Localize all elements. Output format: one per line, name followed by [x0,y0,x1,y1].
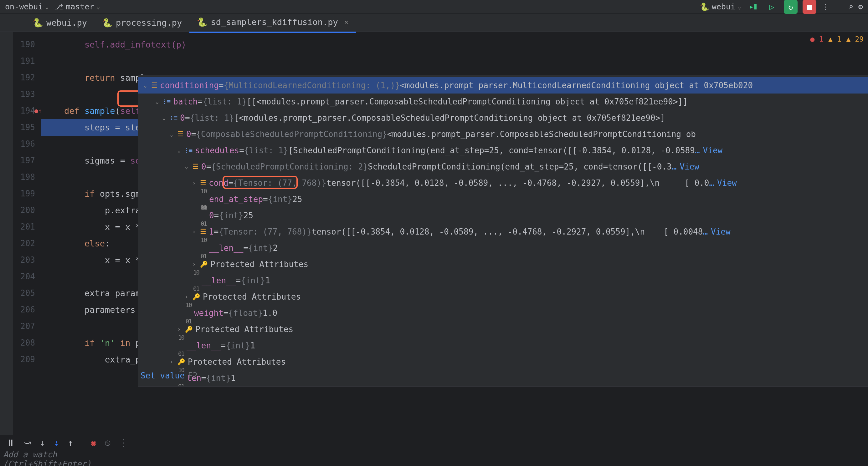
kebab-icon: ⋮ [822,2,829,11]
expand-toggle[interactable] [191,175,197,191]
expand-toggle[interactable] [183,159,190,175]
set-value-action[interactable]: Set valueF2 [141,367,197,384]
line-number[interactable]: 209 [0,351,35,368]
debug-tree-row[interactable]: ⫶≡ batch = {list: 1} [[<modules.prompt_p… [138,94,868,110]
line-number[interactable]: 193 [0,86,35,103]
run-config-selector[interactable]: 🐍 webui ⌄ [700,2,741,11]
line-number[interactable]: 190 [0,36,35,53]
line-number[interactable]: 201 [0,219,35,235]
debug-tree-row[interactable]: 🔑 Protected Attributes [138,354,868,370]
debug-tree-row[interactable]: 🔑 Protected Attributes [138,256,868,272]
run-config-label: webui [712,2,735,11]
add-watch-input[interactable]: Add a watch (Ctrl+Shift+Enter) [0,452,136,466]
debug-tree-row[interactable]: 1001 __len__ = {int} 2 [138,240,868,256]
project-selector[interactable]: on-webui ⌄ [5,2,49,11]
step-over-button[interactable]: ⤻ [24,437,31,448]
chevron-down-icon: ⌄ [97,3,100,10]
debug-tree-row[interactable]: 🔑 Protected Attributes [138,321,868,337]
line-number[interactable]: 207 [0,318,35,335]
search-button[interactable]: ⌕ [848,2,853,11]
ellipsis-link[interactable]: … [703,224,708,240]
python-file-icon: 🐍 [197,17,208,27]
line-number[interactable]: 192 [0,69,35,86]
tab-processing[interactable]: 🐍 processing.py [95,13,189,32]
debug-tree-row[interactable]: 1001 len = {int} 1 [138,370,868,386]
expand-toggle[interactable] [191,224,197,240]
chevron-down-icon: ⌄ [45,3,49,10]
rerun-icon: ↻ [788,2,793,11]
run-button[interactable]: ▷ [765,0,779,14]
view-link[interactable]: View [717,175,737,191]
view-breakpoints-button[interactable]: ◉ [91,437,96,448]
tab-label: webui.py [46,18,87,28]
line-number[interactable]: 196 [0,136,35,152]
list-icon: ⫶≡ [163,94,170,110]
pause-button[interactable]: ⏸ [6,437,15,448]
close-tab-button[interactable]: × [344,18,348,26]
line-number[interactable]: 200 [0,202,35,219]
line-number[interactable]: 199 [0,186,35,202]
line-number[interactable]: 195 [0,119,35,136]
debug-tree-row[interactable]: 1001 end_at_step = {int} 25 [138,191,868,207]
debug-icon: ▸⦀ [749,2,757,11]
view-link[interactable]: View [711,224,731,240]
project-name-label: on-webui [5,2,42,11]
line-number[interactable]: 203 [0,252,35,268]
debug-tree-row[interactable]: ☰ 0 = {ComposableScheduledPromptConditio… [138,126,868,142]
step-into-button[interactable]: ↓ [40,437,45,448]
play-icon: ▷ [769,2,774,11]
debug-tree-row[interactable]: ☰ cond = {Tensor: (77, 768)} tensor([[-0… [138,175,868,191]
tab-label: processing.py [116,18,182,28]
line-number[interactable]: 191 [0,53,35,69]
ellipsis-link[interactable]: … [709,175,714,191]
tab-sd-samplers-kdiffusion[interactable]: 🐍 sd_samplers_kdiffusion.py × [189,13,356,33]
vcs-branch-selector[interactable]: ⎇ master ⌄ [54,2,100,11]
tab-label: sd_samplers_kdiffusion.py [211,17,338,27]
tab-webui[interactable]: 🐍 webui.py [25,13,95,32]
debug-tree-row[interactable]: ⫶≡ schedules = {list: 1} [ScheduledPromp… [138,142,868,159]
view-link[interactable]: View [680,159,699,175]
step-out-button[interactable]: ↑ [68,437,73,448]
line-number[interactable]: 205 [0,285,35,301]
debug-tree-row[interactable]: ☰ 1 = {Tensor: (77, 768)} tensor([[-0.38… [138,224,868,240]
expand-toggle[interactable] [176,142,183,159]
debug-tree-row[interactable]: ☰ conditioning = {MulticondLearnedCondit… [138,77,868,94]
code-line: self.add_infotext(p) [41,36,868,53]
line-number[interactable]: 202 [0,235,35,252]
ellipsis-link[interactable]: … [695,142,700,159]
python-icon: 🐍 [700,2,709,11]
debug-tree-row[interactable]: ⫶≡ 0 = {list: 1} [<modules.prompt_parser… [138,110,868,126]
expand-toggle[interactable] [154,94,161,110]
code-line [41,53,868,69]
debug-tree-row[interactable]: 1001 weight = {float} 1.0 [138,305,868,321]
line-number[interactable]: 208 [0,335,35,351]
debug-tree-row[interactable]: 🔑 Protected Attributes [138,289,868,305]
debug-tree-row[interactable]: 1001 __len__ = {int} 1 [138,337,868,354]
object-icon: ☰ [178,126,184,142]
expand-toggle[interactable] [142,77,149,94]
settings-button[interactable]: ⚙ [858,2,863,11]
debugger-variable-popup[interactable]: ☰ conditioning = {MulticondLearnedCondit… [138,75,868,387]
line-number[interactable]: 204 [0,268,35,285]
more-debug-actions[interactable]: ⋮ [119,437,128,448]
line-number[interactable]: 197 [0,152,35,169]
stop-button[interactable]: ■ [803,0,816,14]
key-icon: 🔑 [200,256,208,272]
expand-toggle[interactable] [168,126,175,142]
main-toolbar: on-webui ⌄ ⎇ master ⌄ 🐍 webui ⌄ ▸⦀ ▷ ↻ ■… [0,0,868,14]
line-number[interactable]: 206 [0,301,35,318]
debug-tree-row[interactable]: 1001 0 = {int} 25 [138,207,868,224]
debug-tree-row[interactable]: 1001 __len__ = {int} 1 [138,272,868,289]
list-icon: ⫶≡ [185,142,192,159]
step-into-my-code-button[interactable]: ⇣ [54,437,59,448]
mute-breakpoints-button[interactable]: ⦸ [105,437,111,448]
ellipsis-link[interactable]: … [672,159,677,175]
view-link[interactable]: View [703,142,723,159]
line-number[interactable]: 198 [0,169,35,186]
debug-tree-row[interactable]: ☰ 0 = {ScheduledPromptConditioning: 2} S… [138,159,868,175]
more-actions-button[interactable]: ⋮ [822,2,829,11]
rerun-button[interactable]: ↻ [784,0,798,14]
debug-button[interactable]: ▸⦀ [746,0,760,14]
line-number[interactable]: 194●↑ [0,103,35,119]
expand-toggle[interactable] [161,110,167,126]
